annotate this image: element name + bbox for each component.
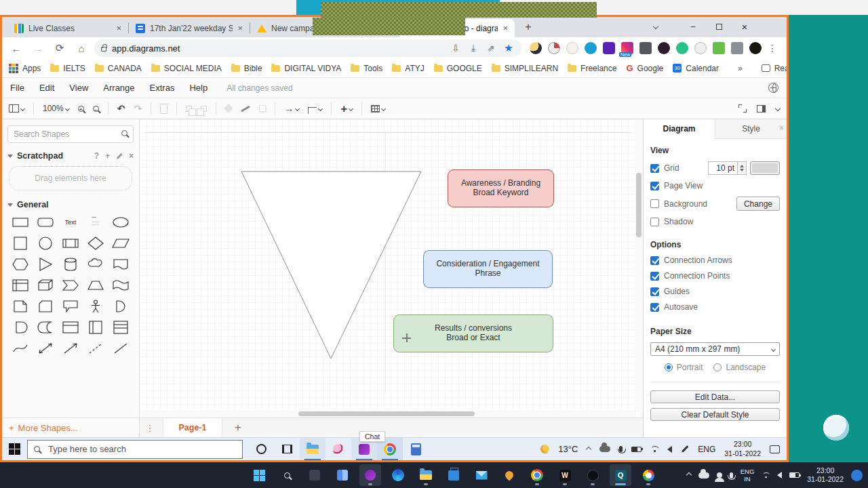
clock[interactable]: 23:00 31-01-2022 <box>724 440 761 458</box>
onedrive-cloud-icon[interactable] <box>698 472 709 479</box>
landscape-radio[interactable] <box>713 363 722 371</box>
m-extension-icon[interactable] <box>639 42 652 54</box>
instagram-extension-icon[interactable]: New <box>621 42 633 54</box>
shape-rounded-rectangle[interactable] <box>33 215 58 230</box>
bookmark-folder-ielts[interactable]: IELTS <box>50 64 85 73</box>
canvas-vertical-scrollbar[interactable] <box>635 119 643 410</box>
shape-diamond[interactable] <box>83 236 108 251</box>
close-icon[interactable]: × <box>237 23 243 33</box>
save-page-icon[interactable]: ⤓ <box>467 42 479 54</box>
grid-color-swatch[interactable] <box>750 161 780 175</box>
reading-list-button[interactable]: Reading list <box>762 64 789 73</box>
file-explorer-button[interactable] <box>415 464 437 486</box>
table-dropdown[interactable] <box>371 105 385 113</box>
tab-search-chevron[interactable] <box>644 17 668 36</box>
volume-icon[interactable] <box>667 446 672 453</box>
chrome-menu-icon[interactable]: ⋮ <box>768 43 777 54</box>
close-icon[interactable]: × <box>116 23 121 33</box>
k-extension-icon[interactable] <box>658 42 670 54</box>
tab-diagram[interactable]: Diagram <box>644 119 715 139</box>
shape-list[interactable] <box>108 320 134 335</box>
scrollbar-thumb[interactable] <box>636 173 642 237</box>
node-results[interactable]: Results / conversions Broad or Exact <box>393 314 553 352</box>
paper-size-select[interactable]: A4 (210 mm x 297 mm) <box>650 342 780 356</box>
shape-textbox[interactable]: ▔▔────── ─ <box>83 215 108 230</box>
shape-callout[interactable] <box>58 299 83 314</box>
shape-cylinder[interactable] <box>58 257 83 272</box>
camera-app-button[interactable] <box>582 464 604 486</box>
bookmark-star-icon[interactable]: ★ <box>502 42 515 54</box>
gauge-extension-icon[interactable] <box>548 42 560 54</box>
menu-arrange[interactable]: Arrange <box>103 83 134 93</box>
snip-app-button[interactable] <box>326 438 351 461</box>
redo-icon[interactable]: ↷ <box>134 104 142 113</box>
pen-icon[interactable] <box>682 445 688 452</box>
autosave-checkbox[interactable] <box>650 303 659 312</box>
diamond-extension-icon[interactable] <box>603 42 615 54</box>
search-button[interactable] <box>276 464 298 486</box>
shape-container[interactable] <box>58 320 83 335</box>
fullscreen-icon[interactable] <box>738 104 747 113</box>
dark-app-button[interactable] <box>304 464 326 486</box>
shape-cloud[interactable] <box>83 257 108 272</box>
share-icon[interactable]: ⇗ <box>485 42 497 54</box>
background-checkbox[interactable] <box>650 199 659 208</box>
pages-menu-icon[interactable]: ⋮ <box>140 423 160 433</box>
scratchpad-header[interactable]: Scratchpad ? + × <box>7 151 134 161</box>
add-page-button[interactable]: + <box>235 421 241 434</box>
grammarly-extension-icon[interactable] <box>676 42 688 54</box>
shape-and[interactable] <box>7 320 33 335</box>
bookmark-apps[interactable]: Apps <box>9 64 41 73</box>
shape-bidirectional-arrow[interactable] <box>33 341 58 356</box>
hidden-icons-chevron[interactable] <box>586 446 591 451</box>
teams-chat-button[interactable] <box>359 464 381 486</box>
zoom-level-dropdown[interactable]: 100% <box>43 104 69 113</box>
bookmark-folder-digital-vidya[interactable]: DIGITAL VIDYA <box>271 64 341 73</box>
wifi-icon[interactable] <box>650 446 658 452</box>
line-color-icon[interactable] <box>241 108 250 110</box>
edge-button[interactable] <box>387 464 409 486</box>
zoom-out-icon[interactable]: – <box>93 106 99 112</box>
bookmark-folder-google[interactable]: GOOGLE <box>434 64 482 73</box>
canvas-horizontal-scrollbar[interactable] <box>140 410 635 418</box>
bookmark-folder-simplilearn[interactable]: SIMPLILEARN <box>492 64 558 73</box>
extension-icon[interactable] <box>530 42 542 54</box>
maps-button[interactable] <box>498 464 520 486</box>
shape-document[interactable] <box>108 257 134 272</box>
bookmark-folder-atyj[interactable]: ATYJ <box>392 64 424 73</box>
shape-card[interactable] <box>33 299 58 314</box>
weather-moon-icon[interactable] <box>540 445 549 453</box>
connection-style-dropdown[interactable]: → <box>284 104 299 113</box>
search-shapes-input[interactable] <box>7 125 134 143</box>
widgets-button[interactable] <box>332 464 353 486</box>
zoom-in-icon[interactable]: + <box>78 106 84 112</box>
shape-arrow[interactable] <box>58 341 83 356</box>
shape-dashed-line[interactable] <box>83 341 108 356</box>
shape-square[interactable] <box>7 236 33 251</box>
general-section-header[interactable]: General <box>7 200 134 209</box>
menu-help[interactable]: Help <box>189 83 208 93</box>
language-indicator[interactable]: ENG IN <box>741 468 755 483</box>
page-view-checkbox[interactable] <box>650 182 659 190</box>
tab-live-classes[interactable]: Live Classes × <box>7 19 128 37</box>
scratchpad-close-icon[interactable]: × <box>129 151 134 161</box>
shape-or[interactable] <box>108 299 134 314</box>
shape-ellipse[interactable] <box>108 215 134 230</box>
language-indicator[interactable]: ENG <box>698 445 715 454</box>
scratchpad-add-icon[interactable]: + <box>105 151 110 161</box>
grid-checkbox[interactable] <box>650 164 659 173</box>
start-button[interactable] <box>248 464 270 486</box>
microphone-icon[interactable] <box>619 446 623 452</box>
wordpress-extension-icon[interactable] <box>566 42 578 54</box>
close-window-button[interactable]: × <box>732 17 757 36</box>
collapse-toolbar-icon[interactable] <box>775 106 781 111</box>
microphone-icon[interactable] <box>730 472 733 479</box>
mail-button[interactable] <box>471 464 492 486</box>
diagram-canvas[interactable]: Awareness / Branding Broad Keyword Consi… <box>140 119 643 418</box>
clock[interactable]: 23:00 31-01-2022 <box>807 466 844 484</box>
volume-icon[interactable] <box>777 472 782 479</box>
reload-icon[interactable]: ⟳ <box>51 39 68 57</box>
shape-hexagon[interactable] <box>7 257 33 272</box>
to-front-icon[interactable] <box>186 106 192 112</box>
minimize-button[interactable]: – <box>681 17 705 36</box>
